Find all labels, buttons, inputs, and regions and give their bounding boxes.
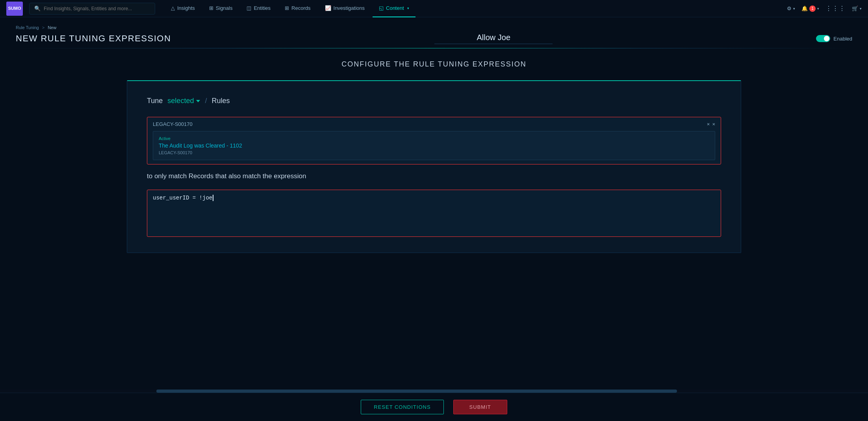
rule-option[interactable]: Active The Audit Log was Cleared - 1102 … — [159, 136, 709, 155]
settings-icon: ⚙ — [787, 6, 792, 11]
search-bar[interactable]: 🔍 — [29, 3, 155, 15]
rule-id: LEGACY-S00170 — [159, 150, 709, 155]
settings-chevron-icon: ▾ — [793, 7, 795, 11]
enabled-label: Enabled — [833, 36, 852, 42]
enabled-toggle[interactable]: Enabled — [816, 35, 852, 42]
selected-chevron-icon — [196, 100, 200, 102]
configure-title: CONFIGURE THE RULE TUNING EXPRESSION — [16, 60, 852, 68]
nav-item-entities[interactable]: ◫ Entities — [240, 0, 277, 17]
breadcrumb-separator: > — [42, 25, 45, 30]
alerts-chevron-icon: ▾ — [817, 7, 819, 11]
alerts-icon: 🔔 — [801, 6, 808, 11]
breadcrumb-parent[interactable]: Rule Tuning — [16, 25, 39, 30]
scroll-thumb — [156, 390, 677, 393]
nav-label-investigations: Investigations — [334, 5, 365, 11]
main-card: Tune selected / Rules LEGACY-S00170 × × … — [127, 80, 741, 253]
rules-select-close-button[interactable]: × × — [707, 121, 715, 127]
content-icon: ◱ — [379, 5, 384, 11]
toggle-thumb — [824, 36, 829, 41]
nav-item-signals[interactable]: ⊞ Signals — [203, 0, 239, 17]
nav-item-content[interactable]: ◱ Content ▾ — [373, 0, 415, 17]
investigations-icon: 📈 — [325, 5, 331, 11]
breadcrumb: Rule Tuning > New — [16, 25, 852, 30]
expression-name-input[interactable] — [434, 33, 553, 44]
rule-id-placeholder: LEGACY-S00170 — [153, 121, 193, 127]
rule-name: The Audit Log was Cleared - 1102 — [159, 142, 709, 149]
reset-conditions-button[interactable]: RESET CONDITIONS — [361, 400, 443, 414]
nav-item-insights[interactable]: △ Insights — [165, 0, 201, 17]
nav-label-entities: Entities — [254, 5, 271, 11]
nav-items: △ Insights ⊞ Signals ◫ Entities ⊞ Record… — [165, 0, 787, 17]
logo-text: SUMO — [8, 6, 21, 11]
rules-label: Rules — [211, 97, 230, 105]
header-decoration — [16, 48, 852, 48]
grid-icon: ⋮⋮⋮ — [825, 5, 846, 12]
rule-status: Active — [159, 136, 709, 141]
cart-chevron-icon: ▾ — [860, 7, 862, 11]
nav-label-insights: Insights — [177, 5, 195, 11]
insights-icon: △ — [171, 5, 175, 11]
nav-label-content: Content — [386, 5, 404, 11]
bottom-bar: RESET CONDITIONS SUBMIT — [0, 393, 868, 421]
tune-selected-dropdown[interactable]: selected — [167, 97, 200, 105]
search-icon: 🔍 — [34, 6, 41, 11]
close-x-icon: × — [707, 121, 710, 127]
expression-cursor — [213, 195, 213, 201]
expression-editor-container: ? user_userID = !joe — [147, 190, 721, 237]
breadcrumb-current: New — [48, 25, 56, 30]
header-center — [171, 33, 816, 44]
cart-button[interactable]: 🛒 ▾ — [852, 6, 862, 11]
rules-dropdown: Active The Audit Log was Cleared - 1102 … — [153, 131, 715, 160]
nav-item-records[interactable]: ⊞ Records — [278, 0, 317, 17]
top-navigation: SUMO 🔍 △ Insights ⊞ Signals ◫ Entities ⊞… — [0, 0, 868, 17]
close-x2-icon: × — [712, 121, 715, 127]
search-input[interactable] — [44, 6, 150, 11]
settings-button[interactable]: ⚙ ▾ — [787, 6, 795, 11]
tune-label: Tune — [147, 97, 163, 105]
divider-slash: / — [205, 97, 207, 105]
tune-row: Tune selected / Rules — [147, 97, 721, 105]
main-content: Rule Tuning > New NEW RULE TUNING EXPRES… — [0, 17, 868, 253]
alerts-badge: 1 — [809, 6, 816, 12]
nav-right: ⚙ ▾ 🔔 1 ▾ ⋮⋮⋮ 🛒 ▾ — [787, 5, 862, 12]
logo[interactable]: SUMO — [6, 2, 23, 16]
expression-editor[interactable]: user_userID = !joe — [147, 190, 721, 237]
page-title: NEW RULE TUNING EXPRESSION — [16, 33, 171, 44]
expression-value: user_userID = !joe — [153, 195, 212, 201]
submit-button[interactable]: SUBMIT — [453, 400, 507, 414]
rules-select-container: LEGACY-S00170 × × Active The Audit Log w… — [147, 117, 721, 164]
alerts-button[interactable]: 🔔 1 ▾ — [801, 6, 819, 12]
grid-button[interactable]: ⋮⋮⋮ — [825, 5, 846, 12]
rules-select-header: LEGACY-S00170 × × — [153, 121, 715, 127]
nav-label-records: Records — [291, 5, 310, 11]
content-chevron-icon: ▾ — [407, 6, 409, 10]
header-right: Enabled — [816, 35, 852, 42]
entities-icon: ◫ — [247, 5, 251, 11]
records-icon: ⊞ — [285, 5, 289, 11]
page-header: NEW RULE TUNING EXPRESSION Enabled — [16, 33, 852, 44]
nav-label-signals: Signals — [216, 5, 233, 11]
match-text: to only match Records that also match th… — [147, 172, 721, 180]
bottom-scrollbar[interactable] — [0, 390, 868, 393]
signals-icon: ⊞ — [209, 5, 213, 11]
toggle-track — [816, 35, 830, 42]
selected-label-text: selected — [167, 97, 194, 105]
cart-icon: 🛒 — [852, 6, 858, 11]
nav-item-investigations[interactable]: 📈 Investigations — [319, 0, 371, 17]
